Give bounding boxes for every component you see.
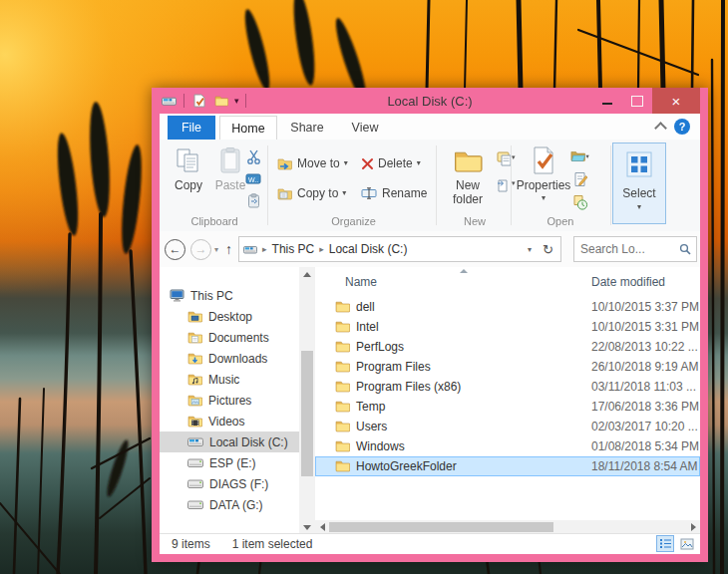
location-drive-icon [243,244,257,255]
qat-new-folder-icon[interactable] [212,92,230,110]
nav-scrollbar-thumb[interactable] [301,351,313,476]
search-box[interactable] [573,236,697,262]
file-row-howtogreekfolder[interactable]: HowtoGreekFolder 18/11/2018 8:54 AM [315,456,700,476]
file-row-program-files-x86[interactable]: Program Files (x86) 03/11/2018 11:03 ... [315,377,700,397]
drive-icon [187,499,203,510]
nav-item-desktop[interactable]: Desktop [160,306,299,327]
tab-share[interactable]: Share [279,116,335,140]
navigation-pane: This PC Desktop Documents Downloads Musi… [160,267,299,520]
help-icon[interactable]: ? [674,119,690,135]
qat-customize-dropdown[interactable]: ▾ [234,97,239,106]
file-row-intel[interactable]: Intel 10/10/2015 3:31 PM [315,317,700,337]
explorer-window: ▾ Local Disk (C:) × File Home Share View… [152,88,708,562]
recent-locations-dropdown[interactable]: ▾ [214,245,218,254]
file-row-windows[interactable]: Windows 01/08/2018 5:34 PM [315,436,700,456]
details-view-button[interactable] [656,535,674,552]
main-area: This PC Desktop Documents Downloads Musi… [160,267,700,520]
file-date-modified: 03/11/2018 11:03 ... [591,380,696,394]
search-input[interactable] [574,242,674,256]
paste-shortcut-icon[interactable] [243,191,263,209]
new-folder-icon [453,144,483,177]
file-name: PerfLogs [356,340,404,354]
tab-home[interactable]: Home [219,116,277,141]
delete-button[interactable]: Delete▾ [361,152,421,174]
scroll-up-arrow[interactable] [299,267,315,281]
nav-item-music[interactable]: Music [160,369,299,390]
edit-icon[interactable] [570,170,590,188]
tab-view[interactable]: View [339,116,391,140]
window-drive-icon[interactable] [160,92,178,110]
file-name: Temp [356,400,385,414]
address-dropdown-icon[interactable]: ▾ [528,245,532,254]
forward-button[interactable]: → [190,239,211,260]
scroll-right-arrow[interactable] [686,520,700,534]
close-button[interactable]: × [652,88,700,114]
drive-icon [187,478,203,489]
select-icon [626,151,652,180]
crumb-chevron-icon[interactable]: ▸ [319,244,324,254]
nav-scrollbar[interactable] [299,267,315,534]
refresh-icon[interactable]: ↻ [543,242,553,257]
scroll-left-arrow[interactable] [315,520,329,534]
new-folder-button[interactable]: New folder [441,144,495,207]
folder-icon [335,420,350,435]
nav-item-this-pc[interactable]: This PC [160,285,299,306]
file-date-modified: 01/08/2018 5:34 PM [591,439,699,453]
file-row-perflogs[interactable]: PerfLogs 22/08/2013 10:22 ... [315,337,700,357]
monitor-icon [170,289,184,302]
qat-properties-icon[interactable] [190,92,208,110]
column-headers: Name Date modified [315,267,700,293]
file-row-temp[interactable]: Temp 17/06/2018 3:36 PM [315,397,700,417]
qat-separator [183,94,184,108]
history-icon[interactable] [570,193,590,211]
nav-item-documents[interactable]: Documents [160,327,299,348]
move-to-button[interactable]: Move to▾ [277,152,348,174]
file-row-dell[interactable]: dell 10/10/2015 3:37 PM [315,297,700,317]
column-header-date-modified[interactable]: Date modified [591,275,665,289]
nav-item-diags-f[interactable]: DIAGS (F:) [160,473,299,494]
folder-pictures [187,394,202,407]
file-row-program-files[interactable]: Program Files 26/10/2018 9:19 AM [315,357,700,377]
list-horizontal-scrollbar[interactable] [315,520,700,534]
nav-item-data-g[interactable]: DATA (G:) [160,494,299,515]
copy-path-icon[interactable]: W.. [243,169,263,187]
nav-item-esp-e[interactable]: ESP (E:) [160,452,299,473]
rename-icon [361,187,378,199]
cut-icon[interactable] [243,147,263,165]
minimize-button[interactable] [592,88,622,114]
column-header-name[interactable]: Name [345,275,377,289]
back-button[interactable]: ← [165,239,185,260]
up-one-level-button[interactable]: ↑ [225,241,232,257]
crumb-chevron-icon[interactable]: ▸ [262,244,267,254]
breadcrumb[interactable]: ▸ This PC ▸ Local Disk (C:) ▾ ↻ [238,236,561,262]
svg-text:▾: ▾ [512,179,516,186]
properties-button[interactable]: Properties ▾ [517,144,570,207]
address-bar: ← → ▾ ↑ ▸ This PC ▸ Local Disk (C:) ▾ ↻ [160,231,700,267]
crumb-this-pc[interactable]: This PC [272,242,315,256]
easy-access-icon[interactable]: ▾ [497,175,517,193]
selection-count: 1 item selected [232,537,313,551]
folder-icon [335,459,350,475]
copy-to-button[interactable]: Copy to▾ [277,182,346,204]
folder-music [187,373,202,386]
title-bar[interactable]: ▾ Local Disk (C:) × [152,88,708,114]
horizontal-scrollbar-thumb[interactable] [329,522,553,532]
file-row-users[interactable]: Users 02/03/2017 10:20 ... [315,417,700,436]
open-icon[interactable]: ▾ [570,147,590,165]
nav-item-downloads[interactable]: Downloads [160,348,299,369]
nav-item-pictures[interactable]: Pictures [160,390,299,411]
new-item-icon[interactable]: ▾ [497,149,517,167]
collapse-ribbon-icon[interactable] [656,121,666,131]
nav-item-videos[interactable]: Videos [160,411,299,431]
select-button[interactable]: Select ▾ [612,143,666,224]
rename-button[interactable]: Rename [361,182,427,204]
thumbnails-view-button[interactable] [678,535,696,552]
tab-file[interactable]: File [168,116,215,140]
crumb-local-disk[interactable]: Local Disk (C:) [329,242,408,256]
scroll-down-arrow[interactable] [299,520,315,534]
folder-icon [335,320,350,336]
nav-item-local-disk-c[interactable]: Local Disk (C:) [160,431,299,452]
search-icon[interactable] [674,243,696,255]
maximize-button[interactable] [622,88,652,114]
copy-button[interactable]: Copy [166,144,211,207]
